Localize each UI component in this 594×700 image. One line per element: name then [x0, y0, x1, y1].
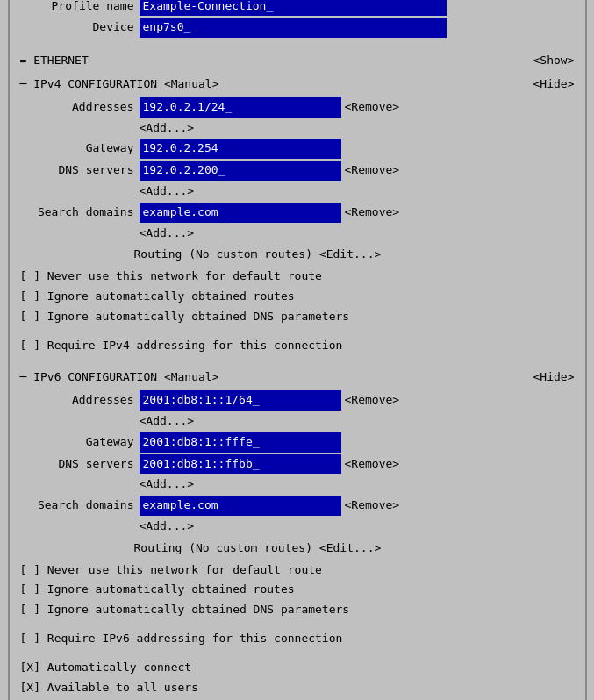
- ipv6-hide-btn[interactable]: <Hide>: [533, 368, 575, 387]
- ipv4-ignore-dns-row: [ ] Ignore automatically obtained DNS pa…: [20, 308, 575, 326]
- ipv6-gateway-row: Gateway 2001:db8:1::fffe_: [20, 432, 575, 453]
- ipv4-require-row: [ ] Require IPv4 addressing for this con…: [20, 337, 575, 355]
- ipv4-add-dns-btn[interactable]: <Add...>: [140, 182, 195, 201]
- ipv6-require-label[interactable]: [ ] Require IPv6 addressing for this con…: [20, 632, 343, 645]
- ipv6-dns-remove-btn[interactable]: <Remove>: [345, 455, 400, 474]
- ipv6-add-address-btn[interactable]: <Add...>: [140, 412, 195, 431]
- ipv6-section-header: ─ IPv6 CONFIGURATION <Manual> <Hide>: [20, 368, 575, 387]
- ipv6-routing-label: Routing: [134, 541, 182, 554]
- ethernet-show-btn[interactable]: <Show>: [533, 52, 575, 70]
- ipv4-address-remove-btn[interactable]: <Remove>: [345, 98, 400, 117]
- device-input[interactable]: enp7s0_: [140, 18, 447, 38]
- ipv4-ignore-routes-row: [ ] Ignore automatically obtained routes: [20, 288, 575, 306]
- ipv4-hide-btn[interactable]: <Hide>: [533, 75, 575, 94]
- ipv6-routing-row: Routing (No custom routes) <Edit...>: [134, 539, 575, 558]
- ipv6-ignore-routes-row: [ ] Ignore automatically obtained routes: [20, 581, 575, 599]
- content-area: Profile name Example-Connection_ Device …: [10, 0, 585, 700]
- ipv4-never-default-label[interactable]: [ ] Never use this network for default r…: [20, 269, 322, 282]
- ipv6-ignore-dns-row: [ ] Ignore automatically obtained DNS pa…: [20, 601, 575, 619]
- ipv6-require-row: [ ] Require IPv6 addressing for this con…: [20, 630, 575, 648]
- ipv4-add-address-row: <Add...>: [140, 119, 575, 138]
- auto-connect-label[interactable]: [X] Automatically connect: [20, 661, 192, 674]
- ipv6-address-input[interactable]: 2001:db8:1::1/64_: [140, 390, 341, 411]
- ipv6-add-dns-row: <Add...>: [140, 475, 575, 494]
- ipv6-add-dns-btn[interactable]: <Add...>: [140, 475, 195, 494]
- ipv6-search-input[interactable]: example.com_: [140, 496, 341, 516]
- ipv4-ignore-dns-label[interactable]: [ ] Ignore automatically obtained DNS pa…: [20, 310, 350, 323]
- profile-label: Profile name: [20, 0, 134, 15]
- available-users-row: [X] Available to all users: [20, 679, 575, 697]
- ipv4-dns-input[interactable]: 192.0.2.200_: [140, 161, 341, 181]
- ipv6-add-search-btn[interactable]: <Add...>: [140, 518, 195, 536]
- ipv4-require-label[interactable]: [ ] Require IPv4 addressing for this con…: [20, 339, 343, 352]
- ethernet-label: = ETHERNET: [20, 52, 89, 70]
- ipv6-add-search-row: <Add...>: [140, 518, 575, 536]
- ipv4-gateway-row: Gateway 192.0.2.254: [20, 139, 575, 159]
- ipv4-gateway-input[interactable]: 192.0.2.254: [140, 139, 341, 159]
- ipv6-add-address-row: <Add...>: [140, 412, 575, 431]
- ipv4-gateway-label: Gateway: [20, 139, 134, 158]
- ipv4-routing-row: Routing (No custom routes) <Edit...>: [134, 246, 575, 264]
- ipv6-search-row: Search domains example.com_ <Remove>: [20, 496, 575, 516]
- ipv4-never-default-row: [ ] Never use this network for default r…: [20, 268, 575, 286]
- ipv4-addresses-label: Addresses: [20, 98, 134, 117]
- device-label: Device: [20, 18, 134, 37]
- ipv6-addresses-row: Addresses 2001:db8:1::1/64_ <Remove>: [20, 390, 575, 411]
- ipv4-add-address-btn[interactable]: <Add...>: [140, 119, 195, 138]
- ipv4-section-header: ─ IPv4 CONFIGURATION <Manual> <Hide>: [20, 75, 575, 94]
- ipv6-search-label: Search domains: [20, 496, 134, 515]
- ipv4-routing-edit-btn[interactable]: <Edit...>: [319, 247, 381, 261]
- ipv6-never-default-label[interactable]: [ ] Never use this network for default r…: [20, 563, 322, 576]
- ipv4-search-label: Search domains: [20, 204, 134, 222]
- ipv6-gateway-input[interactable]: 2001:db8:1::fffe_: [140, 432, 341, 453]
- ipv6-ignore-routes-label[interactable]: [ ] Ignore automatically obtained routes: [20, 582, 295, 596]
- ipv4-addresses-row: Addresses 192.0.2.1/24_ <Remove>: [20, 97, 575, 118]
- ipv6-section-label: ─ IPv6 CONFIGURATION <Manual>: [20, 368, 219, 387]
- ipv6-routing-edit-btn[interactable]: <Edit...>: [319, 541, 381, 554]
- ipv4-search-input[interactable]: example.com_: [140, 203, 341, 223]
- ipv6-dns-row: DNS servers 2001:db8:1::ffbb_ <Remove>: [20, 454, 575, 475]
- ipv4-search-remove-btn[interactable]: <Remove>: [345, 204, 400, 222]
- profile-row: Profile name Example-Connection_: [20, 0, 575, 16]
- ipv4-dns-remove-btn[interactable]: <Remove>: [345, 161, 400, 180]
- ipv6-ignore-dns-label[interactable]: [ ] Ignore automatically obtained DNS pa…: [20, 603, 350, 616]
- ipv6-never-default-row: [ ] Never use this network for default r…: [20, 561, 575, 580]
- auto-connect-row: [X] Automatically connect: [20, 659, 575, 677]
- ipv6-address-remove-btn[interactable]: <Remove>: [345, 391, 400, 410]
- ipv6-dns-input[interactable]: 2001:db8:1::ffbb_: [140, 454, 341, 475]
- device-row: Device enp7s0_: [20, 18, 575, 38]
- ipv6-addresses-label: Addresses: [20, 391, 134, 410]
- ipv6-dns-label: DNS servers: [20, 455, 134, 474]
- available-users-label[interactable]: [X] Available to all users: [20, 681, 199, 694]
- ipv4-add-search-btn[interactable]: <Add...>: [140, 225, 195, 243]
- ipv4-search-row: Search domains example.com_ <Remove>: [20, 203, 575, 223]
- ipv6-gateway-label: Gateway: [20, 433, 134, 452]
- ipv4-routing-label: Routing: [134, 247, 182, 261]
- edit-connection-window: Edit Connection Profile name Example-Con…: [8, 0, 587, 700]
- ipv4-dns-label: DNS servers: [20, 161, 134, 180]
- ipv4-routing-value: (No custom routes): [189, 247, 312, 261]
- ipv4-bullet: ─: [20, 77, 34, 90]
- ipv4-address-input[interactable]: 192.0.2.1/24_: [140, 97, 341, 118]
- ipv6-bullet: ─: [20, 370, 34, 383]
- ethernet-section: = ETHERNET <Show>: [20, 52, 575, 70]
- ipv6-search-remove-btn[interactable]: <Remove>: [345, 496, 400, 515]
- ipv4-add-search-row: <Add...>: [140, 225, 575, 243]
- ipv4-dns-row: DNS servers 192.0.2.200_ <Remove>: [20, 161, 575, 181]
- ipv4-ignore-routes-label[interactable]: [ ] Ignore automatically obtained routes: [20, 289, 295, 303]
- ipv6-routing-value: (No custom routes): [189, 541, 312, 554]
- profile-input[interactable]: Example-Connection_: [140, 0, 447, 16]
- ipv4-section-label: ─ IPv4 CONFIGURATION <Manual>: [20, 75, 219, 94]
- ipv4-add-dns-row: <Add...>: [140, 182, 575, 201]
